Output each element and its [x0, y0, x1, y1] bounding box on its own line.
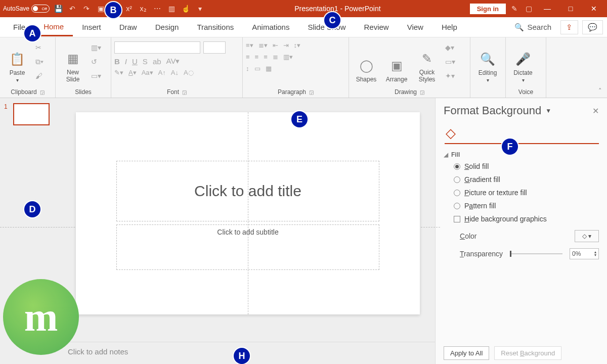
maximize-button[interactable]: □ — [560, 0, 581, 17]
collapse-ribbon-icon[interactable]: ˄ — [546, 37, 607, 98]
qat-more-icon[interactable]: ⋯ — [152, 3, 163, 14]
touch-icon[interactable]: ☝ — [180, 3, 191, 14]
format-painter-icon[interactable]: 🖌 — [33, 70, 46, 82]
reset-background-button[interactable]: Reset Background — [494, 346, 561, 360]
font-color-button[interactable]: A▾ — [128, 69, 137, 76]
editing-button[interactable]: 🔍Editing▾ — [473, 39, 502, 83]
ribbon-display-icon[interactable]: ▢ — [523, 3, 534, 14]
transparency-input[interactable]: 0%▴▾ — [570, 248, 599, 259]
reset-btn[interactable]: ↺ — [89, 56, 103, 68]
tab-design[interactable]: Design — [146, 19, 188, 35]
current-slide[interactable]: Click to add title Click to add subtitle — [76, 112, 420, 314]
color-picker[interactable]: ◇ ▾ — [575, 230, 599, 242]
paste-button[interactable]: 📋 Paste ▾ — [3, 39, 31, 83]
shapes-icon: ◯ — [357, 57, 375, 75]
tab-insert[interactable]: Insert — [73, 19, 110, 35]
text-dir-button[interactable]: ↕ — [246, 65, 249, 72]
picture-fill-option[interactable]: Picture or texture fill — [454, 189, 599, 197]
close-button[interactable]: ✕ — [584, 0, 604, 17]
dictate-button[interactable]: 🎤Dictate▾ — [509, 39, 537, 83]
autosave-switch[interactable]: Off — [31, 5, 50, 13]
numbering-button[interactable]: ≣▾ — [258, 41, 268, 49]
font-size-select[interactable] — [203, 41, 226, 54]
paragraph-launcher[interactable]: ◲ — [309, 89, 314, 95]
align-left-button[interactable]: ≡ — [246, 53, 250, 61]
comments-button[interactable]: 💬 — [582, 20, 603, 34]
undo-icon[interactable]: ↶ — [67, 3, 78, 14]
sign-in-button[interactable]: Sign in — [470, 4, 506, 14]
sub-icon[interactable]: x₂ — [138, 3, 149, 14]
align-right-button[interactable]: ≡ — [264, 53, 268, 61]
bullets-button[interactable]: ≡▾ — [246, 41, 253, 49]
sup-icon[interactable]: x² — [123, 3, 135, 14]
annotation-f: F — [502, 139, 518, 155]
pane-close-icon[interactable]: ✕ — [592, 106, 599, 116]
cut-icon[interactable]: ✂ — [33, 41, 46, 54]
change-case-button[interactable]: Aa▾ — [142, 69, 153, 76]
subtitle-placeholder[interactable]: Click to add subtitle — [116, 224, 379, 270]
shrink-font-button[interactable]: A↓ — [171, 69, 179, 76]
annotation-b: B — [105, 2, 121, 18]
tab-review[interactable]: Review — [355, 19, 398, 35]
save-icon[interactable]: 💾 — [53, 3, 64, 14]
arrange-button[interactable]: ▣Arrange — [382, 39, 411, 83]
quick-styles-icon: ✎ — [418, 50, 436, 68]
fill-tab-icon[interactable]: ◇ — [445, 122, 599, 144]
indent-inc-button[interactable]: ⇥ — [283, 41, 289, 49]
tab-draw[interactable]: Draw — [110, 19, 146, 35]
title-placeholder[interactable]: Click to add title — [116, 161, 379, 221]
tab-transitions[interactable]: Transitions — [188, 19, 243, 35]
hide-graphics-option[interactable]: Hide background graphics — [454, 215, 599, 223]
copy-icon[interactable]: ⧉▾ — [33, 56, 46, 68]
tab-view[interactable]: View — [398, 19, 432, 35]
section-btn[interactable]: ▭▾ — [89, 70, 103, 82]
quick-styles-button[interactable]: ✎Quick Styles — [413, 39, 441, 83]
layout-btn[interactable]: ▥▾ — [89, 41, 103, 54]
coming-soon-icon[interactable]: ✎ — [509, 3, 520, 14]
line-spacing-button[interactable]: ↕▾ — [294, 41, 301, 49]
slide-canvas[interactable]: Click to add title Click to add subtitle — [61, 98, 435, 342]
spacing-button[interactable]: AV▾ — [166, 57, 180, 66]
transparency-slider[interactable] — [510, 253, 562, 254]
search-box[interactable]: 🔍 Search — [509, 20, 556, 35]
redo-icon[interactable]: ↷ — [81, 3, 92, 14]
shadow-button[interactable]: ab — [153, 57, 161, 66]
drawing-launcher[interactable]: ◲ — [420, 89, 424, 95]
solid-fill-option[interactable]: SSolid fillolid fill — [454, 162, 599, 170]
gradient-fill-option[interactable]: Gradient fill — [454, 175, 599, 184]
underline-button[interactable]: U — [132, 57, 138, 66]
tab-help[interactable]: Help — [432, 19, 466, 35]
indent-dec-button[interactable]: ⇤ — [273, 41, 278, 49]
thumb-slide-1[interactable] — [13, 103, 50, 125]
font-family-select[interactable] — [114, 41, 200, 54]
pattern-fill-option[interactable]: Pattern fill — [454, 202, 599, 210]
clear-format-button[interactable]: A◌ — [184, 69, 194, 76]
shapes-button[interactable]: ◯Shapes — [352, 39, 380, 83]
apply-to-all-button[interactable]: Apply to All — [444, 346, 489, 360]
customize-qat-icon[interactable]: ▾ — [194, 3, 205, 14]
italic-button[interactable]: I — [125, 57, 127, 66]
font-launcher[interactable]: ◲ — [182, 89, 187, 95]
shape-outline-button[interactable]: ▭▾ — [443, 56, 457, 68]
pane-dropdown[interactable]: ▼ — [545, 107, 551, 114]
bold-button[interactable]: B — [114, 57, 120, 66]
columns-button[interactable]: ▥▾ — [283, 53, 293, 61]
justify-button[interactable]: ≣ — [273, 53, 278, 61]
tab-animations[interactable]: Animations — [243, 19, 298, 35]
layout-icon[interactable]: ▥ — [166, 3, 177, 14]
minimize-button[interactable]: — — [537, 0, 557, 17]
shape-fill-button[interactable]: ◆▾ — [443, 41, 457, 54]
align-text-button[interactable]: ▭ — [254, 65, 261, 72]
shape-effects-button[interactable]: ✦▾ — [443, 70, 457, 82]
strike-button[interactable]: S — [143, 57, 148, 66]
fill-section[interactable]: ◢ Fill — [444, 151, 599, 158]
align-center-button[interactable]: ≡ — [255, 53, 259, 61]
smartart-button[interactable]: ▦ — [266, 65, 272, 72]
autosave-toggle[interactable]: AutoSave Off — [3, 5, 50, 13]
new-slide-button[interactable]: ▦ New Slide — [59, 39, 87, 83]
share-button[interactable]: ⇪ — [560, 20, 578, 34]
grow-font-button[interactable]: A↑ — [158, 69, 166, 76]
from-beginning-icon[interactable]: ▣ — [95, 3, 106, 14]
highlight-button[interactable]: ✎▾ — [114, 69, 123, 76]
clipboard-launcher[interactable]: ◲ — [40, 89, 45, 95]
